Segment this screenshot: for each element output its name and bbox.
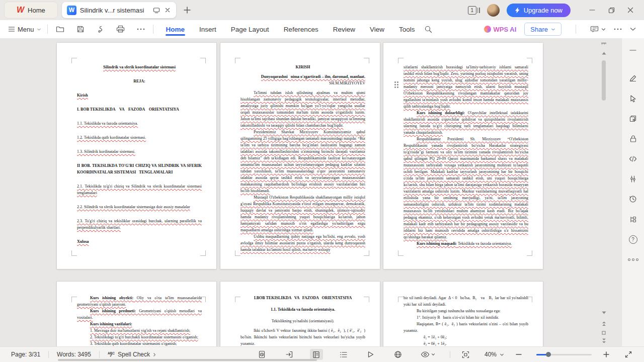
statusbar-left: Page: 3/31 Words: 3495 ABC✓ Spell Check xyxy=(11,351,156,358)
code-icon[interactable] xyxy=(626,152,640,166)
zoom-in-button[interactable] xyxy=(600,349,613,360)
search-icon[interactable] xyxy=(424,25,433,34)
ribbon-tab-insert[interactable]: Insert xyxy=(199,22,217,37)
statusbar-right: 40% xyxy=(242,349,644,360)
previous-page-icon[interactable] xyxy=(601,321,607,327)
save-icon[interactable] xyxy=(76,25,85,33)
paragraph: 1.3. Silindrik kordinatalar sistemasi. xyxy=(77,148,202,155)
eye-protect-icon[interactable] xyxy=(419,349,438,360)
paragraph: Xulosa xyxy=(77,238,202,245)
window-count-icon[interactable]: 1 xyxy=(468,6,480,15)
page-content: sifatlarni shakllantirish borasidagi ta'… xyxy=(404,64,528,254)
select-browse-object-icon[interactable] xyxy=(601,330,607,336)
paragraph: Kurs ishining vazifalari: xyxy=(77,321,202,327)
web-layout-icon[interactable] xyxy=(391,349,405,360)
paragraph: Ikki o'lchovli V vektor fazoning ikkita … xyxy=(240,327,365,347)
ribbon-tab-page-layout[interactable]: Page Layout xyxy=(230,22,270,37)
wps-ai-button[interactable]: WPS AI xyxy=(484,26,517,33)
lock-icon[interactable] xyxy=(626,132,640,146)
sidebar-more-icon[interactable] xyxy=(626,252,640,266)
document-page[interactable]: Kurs ishining obyekti: Oliy va o'rta ta'… xyxy=(57,282,216,347)
horizontal-scrollbar[interactable] xyxy=(58,359,317,361)
close-window-button[interactable] xyxy=(622,3,639,18)
document-page[interactable]: Silindrik va sferik koordinatalar sistem… xyxy=(57,43,216,269)
menu-label: Menu xyxy=(18,26,34,33)
structure-tree-icon[interactable] xyxy=(626,212,640,226)
paragraph: 2. Tekislikdagi to'g'ri burchakli koordi… xyxy=(77,334,202,340)
chevron-down-icon xyxy=(37,28,41,31)
settings-sliders-icon[interactable] xyxy=(626,172,640,186)
export-curve-icon[interactable] xyxy=(97,25,104,33)
page-indicator[interactable]: Page: 3/31 xyxy=(11,351,40,358)
vertical-scrollbar[interactable] xyxy=(601,38,607,347)
document-page[interactable]: sifatlarni shakllantirish borasidagi ta'… xyxy=(383,43,543,269)
collapse-ribbon-icon[interactable] xyxy=(630,27,636,31)
page-content: Kurs ishining obyekti: Oliy va o'rta ta'… xyxy=(77,295,202,347)
separator xyxy=(48,351,49,358)
comments-button[interactable] xyxy=(590,25,606,33)
zoom-out-button[interactable] xyxy=(512,349,525,360)
outline-view-icon[interactable] xyxy=(337,349,350,360)
lightning-icon xyxy=(515,7,520,14)
ribbon-tab-home[interactable]: Home xyxy=(166,22,186,37)
print-icon[interactable] xyxy=(116,25,125,33)
edit-pen-icon[interactable] xyxy=(626,71,640,85)
home-tab[interactable]: W Home xyxy=(4,2,58,19)
user-avatar[interactable] xyxy=(487,4,500,17)
doc-timer-icon[interactable] xyxy=(256,349,269,360)
crop-mark xyxy=(398,250,404,256)
ribbon-tab-review[interactable]: Review xyxy=(333,22,356,37)
word-count[interactable]: Words: 3495 xyxy=(57,351,91,358)
ribbon-tab-view[interactable]: View xyxy=(369,22,385,37)
document-page[interactable]: KIRISHDunyoqarashni nima o'zgartiradi – … xyxy=(220,43,380,269)
upgrade-button[interactable]: Upgrade now xyxy=(507,4,571,17)
document-page[interactable]: bir xil ismli deyiladi. Agar Δ < 0 bo'ls… xyxy=(383,282,543,347)
scroll-up-icon[interactable] xyxy=(601,50,607,56)
ruler-toggle-icon[interactable] xyxy=(601,41,607,47)
select-cursor-icon[interactable] xyxy=(626,92,640,106)
fit-page-icon[interactable] xyxy=(459,349,472,360)
document-page[interactable]: I.BOB TEKISLIKDA VA FAZODA ORIENTATSIYA1… xyxy=(220,282,380,347)
read-mode-icon[interactable] xyxy=(364,349,377,360)
chevron-down-icon xyxy=(500,353,504,356)
paragraph: ē₁ = 1ē₁ + 0ē₂; xyxy=(424,334,528,340)
crop-mark xyxy=(235,297,240,302)
zoom-slider[interactable] xyxy=(536,354,592,355)
next-page-icon[interactable] xyxy=(601,338,607,344)
zoom-slider-knob[interactable] xyxy=(546,352,551,357)
drag-handle-icon[interactable] xyxy=(394,81,399,89)
window-stack-bars xyxy=(477,8,480,13)
ribbon-tab-references[interactable]: References xyxy=(283,22,319,37)
check-in-icon[interactable] xyxy=(283,349,296,360)
share-button[interactable]: Share xyxy=(524,23,561,36)
document-canvas[interactable]: Silindrik va sferik koordinatalar sistem… xyxy=(0,38,644,347)
paragraph: Silindrik va sferik koordinatalar sistem… xyxy=(77,64,202,70)
paragraph-lead: Kurs ishining obyekti: xyxy=(90,296,133,300)
paragraph: Kurs ishining obyekti: Oliy va o'rta ta'… xyxy=(77,295,202,308)
history-clock-icon[interactable] xyxy=(626,192,640,206)
more-tools-icon[interactable] xyxy=(614,28,622,30)
scroll-down-icon[interactable] xyxy=(601,310,607,316)
fullscreen-icon[interactable] xyxy=(622,349,635,360)
restore-button[interactable] xyxy=(603,3,620,18)
collapse-sidebar-icon[interactable] xyxy=(626,43,640,57)
page-view-icon[interactable] xyxy=(310,349,323,360)
ribbon-tab-tools[interactable]: Tools xyxy=(398,22,416,37)
more-quick-tools-icon[interactable] xyxy=(137,28,145,30)
device-sync-icon[interactable] xyxy=(152,6,160,14)
close-tab-icon[interactable] xyxy=(164,7,171,14)
page-content: bir xil ismli deyiladi. Agar Δ < 0 bo'ls… xyxy=(404,295,528,347)
document-tab[interactable]: W Silindrik v...r sistemasi xyxy=(62,2,177,18)
scrollbar-thumb[interactable] xyxy=(602,60,606,101)
spell-check-button[interactable]: ABC✓ Spell Check xyxy=(108,351,156,358)
paragraph: 2.1. Tekislikda to'g'ri chiziq va Silind… xyxy=(77,183,202,196)
minimize-button[interactable] xyxy=(584,3,601,18)
paragraph: 2.2. Silindrik va sferik koordinatalar s… xyxy=(77,204,202,210)
paragraph: 2.3. To'g'ri chiziq va tekisliklar orasi… xyxy=(77,218,202,231)
copy-delete-icon[interactable] xyxy=(626,112,640,126)
menu-button[interactable]: Menu xyxy=(8,26,41,33)
open-folder-icon[interactable] xyxy=(56,25,64,33)
new-tab-button[interactable] xyxy=(183,6,191,14)
help-icon[interactable]: ? xyxy=(626,232,640,246)
zoom-control[interactable]: 40% xyxy=(485,351,504,358)
